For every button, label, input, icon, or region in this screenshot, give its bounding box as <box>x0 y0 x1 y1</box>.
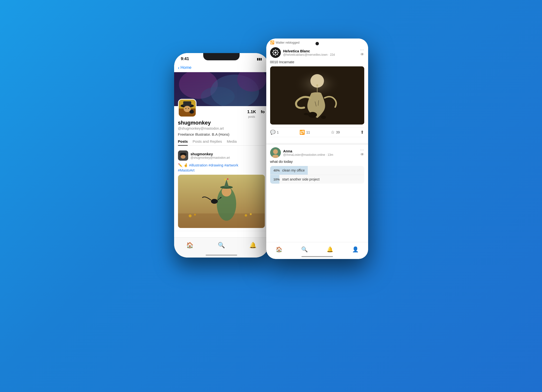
poll-container: 40% clean my office 10% start another si… <box>270 166 364 184</box>
star-icon: ☆ <box>331 130 335 135</box>
comment-count: 1 <box>277 130 279 134</box>
poll-option-1[interactable]: 40% clean my office <box>270 166 364 175</box>
svg-point-33 <box>224 179 226 180</box>
post-item-left: shugmonkey @shugmonkey@mastodon.art ✏️ 🤞… <box>174 148 269 231</box>
status-icons-left: ▮▮▮ <box>257 57 262 61</box>
svg-rect-9 <box>183 101 191 106</box>
poll-text-1: clean my office <box>282 168 305 172</box>
profile-tabs-left: Posts Posts and Replies Media <box>178 139 265 146</box>
post-actions-menu-2: ··· 👁 <box>360 149 364 157</box>
post-image-right-1[interactable] <box>270 66 364 125</box>
phones-container: 9:41 ▮▮▮ ‹ Home <box>174 39 368 353</box>
svg-point-37 <box>275 52 276 54</box>
post-avatar-left <box>178 150 188 161</box>
nav-notifications-left[interactable]: 🔔 <box>249 242 257 249</box>
poll-option-2[interactable]: 10% start another side project <box>270 175 364 184</box>
post-avatar-svg-left <box>178 150 188 161</box>
anna-avatar-svg <box>270 147 281 158</box>
nav-profile-right[interactable]: 👤 <box>352 246 359 253</box>
post-header-right-2: Anna @AnnaLosier@mastodon.online · 13m ·… <box>270 145 364 159</box>
post-header-left: shugmonkey @shugmonkey@mastodon.art <box>178 150 265 161</box>
feed-scroll-right[interactable]: 🔁 Walter reblogged <box>266 39 368 242</box>
svg-point-53 <box>321 116 326 119</box>
boost-icon: 🔁 <box>299 130 305 135</box>
back-button[interactable]: ‹ Home <box>178 65 192 70</box>
following-count: fo <box>261 110 265 114</box>
nav-notifications-right[interactable]: 🔔 <box>327 246 333 253</box>
more-options-icon-1[interactable]: ··· <box>360 48 364 52</box>
post-user-info-left: shugmonkey @shugmonkey@mastodon.art <box>191 152 265 159</box>
avatar-left <box>178 99 196 117</box>
post-username-left: shugmonkey <box>191 152 265 156</box>
back-chevron-icon: ‹ <box>178 65 180 70</box>
tab-posts[interactable]: Posts <box>178 139 188 145</box>
home-indicator-left <box>206 255 237 256</box>
post-avatar-right-1 <box>270 47 281 58</box>
svg-point-52 <box>308 112 317 118</box>
tab-media[interactable]: Media <box>227 139 237 145</box>
post-actions-menu-1: ··· 👁 <box>360 48 364 57</box>
post-image-left <box>178 175 265 228</box>
post-hashtags-left: #MastoArt <box>178 168 194 172</box>
post-handle-left: @shugmonkey@mastodon.art <box>191 156 265 159</box>
svg-point-51 <box>316 84 318 86</box>
posts-count: 1.1K <box>247 110 256 114</box>
profile-bio-left: Freelance Illustrator. B.A (Hons) <box>178 132 265 136</box>
status-time-left: 9:41 <box>181 56 189 61</box>
post-user-info-right-2: Anna @AnnaLosier@mastodon.online · 13m <box>283 149 358 157</box>
more-options-icon-2[interactable]: ··· <box>360 149 364 152</box>
svg-point-26 <box>250 213 252 215</box>
svg-point-31 <box>211 199 218 204</box>
svg-point-23 <box>189 214 192 217</box>
post-header-right-1: Helvetica Blanc @helveticablanc@merveill… <box>270 45 364 60</box>
poll-text-2: start another side project <box>282 177 320 181</box>
crow-art-svg <box>178 175 265 228</box>
camera-dot-right <box>315 42 319 45</box>
favorite-count: 39 <box>336 130 340 134</box>
back-label: Home <box>180 65 191 70</box>
svg-point-34 <box>227 178 228 180</box>
boost-action[interactable]: 🔁 11 <box>299 130 310 135</box>
following-stat: fo <box>261 110 265 119</box>
reblog-icon: 🔁 <box>270 40 274 44</box>
poll-percent-2: 10% <box>274 178 280 181</box>
nav-search-left[interactable]: 🔍 <box>218 242 225 249</box>
profile-section-left: 1.1K posts fo shugmonkey @shugmonkey@mas… <box>174 106 269 148</box>
post-right-2: Anna @AnnaLosier@mastodon.online · 13m ·… <box>266 143 368 184</box>
post-handle-right-1: @helveticablanc@merveilles.town · 22d <box>283 53 358 56</box>
svg-point-19 <box>181 155 186 159</box>
poll-percent-1: 40% <box>274 169 280 172</box>
post-username-right-2: Anna <box>283 149 358 153</box>
home-indicator-right <box>301 256 333 257</box>
helvetica-avatar-svg <box>270 47 281 58</box>
post-content-right-2: what do today <box>270 159 364 164</box>
profile-stats: 1.1K posts fo <box>247 110 265 119</box>
battery-icon-left: ▮▮▮ <box>257 57 262 61</box>
nav-search-right[interactable]: 🔍 <box>301 246 308 253</box>
posts-stat: 1.1K posts <box>247 110 256 119</box>
nav-home-right[interactable]: 🏠 <box>276 246 282 253</box>
phone-left: 9:41 ▮▮▮ ‹ Home <box>174 53 269 258</box>
post-username-right-1: Helvetica Blanc <box>283 49 358 53</box>
profile-username-left: shugmonkey <box>178 120 265 126</box>
favorite-action[interactable]: ☆ 39 <box>331 130 340 135</box>
boost-count: 11 <box>306 130 310 134</box>
svg-point-11 <box>185 108 186 109</box>
svg-point-12 <box>188 108 189 109</box>
svg-point-57 <box>273 149 278 154</box>
phone-right-screen: 9:30 ▮▮ mastodon ⚙ <box>266 39 368 259</box>
share-action[interactable]: ⬆ <box>360 130 364 135</box>
header-left: ‹ Home <box>174 63 269 72</box>
post-avatar-right-2 <box>270 147 281 158</box>
posts-label: posts <box>248 115 255 118</box>
svg-point-24 <box>194 214 196 216</box>
tab-posts-replies[interactable]: Posts and Replies <box>193 139 222 145</box>
phone-right: 9:30 ▮▮ mastodon ⚙ <box>266 39 368 259</box>
notch-left <box>203 53 240 60</box>
nav-home-left[interactable]: 🏠 <box>186 242 194 249</box>
comment-action[interactable]: 💬 1 <box>270 130 279 135</box>
post-title-right-1: 0010 Incarnate <box>270 60 364 64</box>
profile-handle-left: @shugmonkey@mastodon.art <box>178 126 265 130</box>
reblog-text: Walter reblogged <box>276 41 300 44</box>
post-handle-right-2: @AnnaLosier@mastodon.online · 13m <box>283 153 358 157</box>
